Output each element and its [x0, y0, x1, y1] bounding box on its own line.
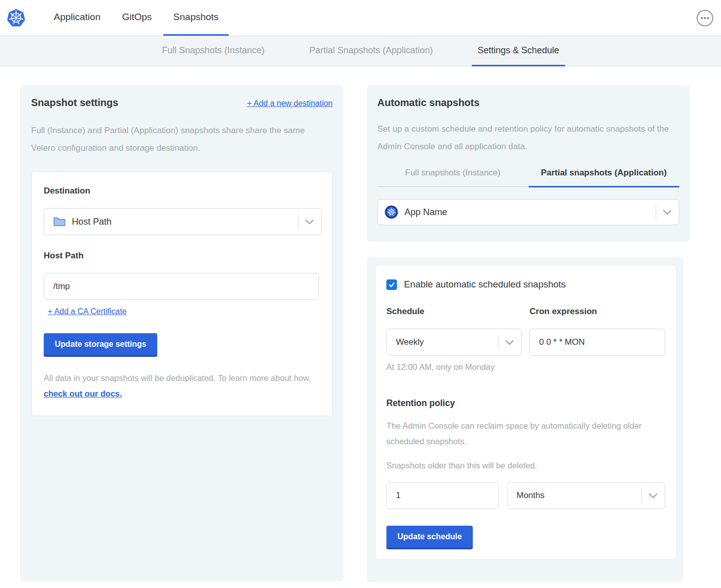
kubernetes-logo: [0, 0, 26, 36]
destination-label: Destination: [44, 186, 320, 196]
update-storage-settings-button[interactable]: Update storage settings: [44, 333, 157, 355]
tab-partial-snapshots-application[interactable]: Partial snapshots (Application): [529, 168, 680, 187]
snapshot-settings-description: Full (Instance) and Partial (Application…: [31, 122, 325, 157]
chevron-down-icon: [663, 210, 672, 215]
docs-link[interactable]: check out our docs.: [44, 389, 122, 398]
cron-expression-input[interactable]: [530, 329, 665, 356]
enable-snapshots-checkbox[interactable]: [386, 279, 397, 290]
enable-snapshots-label: Enable automatic scheduled snapshots: [404, 279, 566, 290]
select-divider: [642, 488, 642, 503]
destination-select[interactable]: Host Path: [44, 208, 322, 235]
select-divider: [656, 205, 656, 220]
update-schedule-button[interactable]: Update schedule: [386, 526, 473, 548]
nav-snapshots[interactable]: Snapshots: [163, 0, 229, 36]
app-select-value: App Name: [404, 207, 447, 218]
folder-icon: [53, 217, 65, 227]
chevron-down-icon: [649, 493, 658, 499]
schedule-label: Schedule: [386, 307, 522, 317]
kubernetes-app-icon: [385, 206, 398, 219]
tab-full-snapshots[interactable]: Full Snapshots (Instance): [156, 36, 270, 66]
schedule-interval-value: Weekly: [396, 337, 424, 347]
nav-application[interactable]: Application: [44, 0, 111, 36]
host-path-label: Host Path: [44, 251, 320, 261]
schedule-card: Enable automatic scheduled snapshots Sch…: [375, 265, 676, 559]
dedup-text: All data in your snapshots will be dedup…: [44, 373, 311, 382]
top-nav: Application GitOps Snapshots: [0, 0, 721, 36]
destination-value: Host Path: [72, 217, 112, 227]
retention-value-input[interactable]: [386, 482, 499, 509]
select-divider: [298, 214, 298, 229]
schedule-interval-select[interactable]: Weekly: [386, 329, 522, 356]
schedule-card-wrapper: Enable automatic scheduled snapshots Sch…: [367, 257, 683, 582]
chevron-down-icon: [305, 219, 314, 225]
tab-full-snapshots-instance[interactable]: Full snapshots (Instance): [377, 168, 529, 187]
retention-hint: Snapshots older than this will be delete…: [386, 461, 665, 470]
nav-gitops[interactable]: GitOps: [112, 0, 162, 36]
snapshots-subnav: Full Snapshots (Instance) Partial Snapsh…: [0, 36, 721, 66]
retention-unit-select[interactable]: Months: [507, 482, 665, 509]
storage-settings-panel: Destination Host Path Host Path + Add a …: [31, 171, 333, 416]
cron-help-text: At 12:00 AM, only on Monday: [386, 362, 665, 372]
snapshot-scope-tabs: Full snapshots (Instance) Partial snapsh…: [377, 168, 679, 187]
tab-settings-schedule[interactable]: Settings & Schedule: [472, 36, 565, 66]
add-ca-certificate-link[interactable]: + Add a CA Certificate: [48, 307, 127, 316]
enable-snapshots-row[interactable]: Enable automatic scheduled snapshots: [386, 279, 665, 290]
dedup-note: All data in your snapshots will be dedup…: [44, 370, 320, 402]
add-new-destination-link[interactable]: + Add a new destination: [247, 99, 333, 108]
host-path-input[interactable]: [44, 273, 319, 300]
tab-partial-snapshots[interactable]: Partial Snapshots (Application): [303, 36, 439, 66]
retention-policy-title: Retention policy: [386, 398, 665, 409]
overflow-menu-icon[interactable]: [696, 10, 713, 27]
app-select[interactable]: App Name: [377, 199, 679, 225]
retention-unit-value: Months: [517, 491, 545, 501]
automatic-snapshots-title: Automatic snapshots: [377, 97, 679, 109]
snapshot-settings-card: Snapshot settings + Add a new destinatio…: [20, 85, 344, 581]
select-divider: [498, 335, 498, 350]
automatic-snapshots-card: Automatic snapshots Set up a custom sche…: [367, 85, 690, 242]
chevron-down-icon: [505, 340, 514, 345]
automatic-snapshots-description: Set up a custom schedule and retention p…: [377, 120, 674, 155]
primary-nav: Application GitOps Snapshots: [44, 0, 229, 36]
cron-expression-label: Cron expression: [530, 307, 665, 317]
retention-policy-description: The Admin Console can reclaim space by a…: [386, 418, 653, 449]
snapshot-settings-title: Snapshot settings: [31, 97, 118, 109]
